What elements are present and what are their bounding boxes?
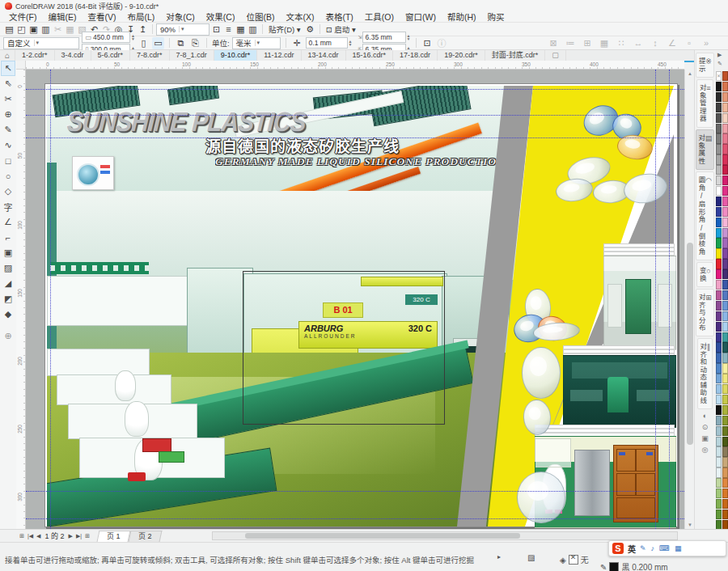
color-swatch[interactable] [716, 510, 722, 519]
color-swatch[interactable] [722, 144, 728, 154]
new-document-icon[interactable]: ▤ [3, 23, 15, 36]
ruler-origin-box[interactable] [16, 61, 26, 70]
color-swatch[interactable] [716, 124, 722, 133]
color-swatch[interactable] [722, 489, 728, 498]
color-swatch[interactable] [716, 207, 722, 217]
color-swatch[interactable] [716, 113, 722, 123]
ime-toolbar[interactable]: S 英 ✎♪⌨▦ [608, 540, 726, 556]
docker-tab-变换[interactable]: ○变换 [696, 262, 713, 287]
page-width-field[interactable]: ▭450.0 mm [82, 32, 130, 43]
color-swatch[interactable] [716, 92, 722, 102]
color-swatch[interactable] [716, 290, 722, 300]
color-swatch[interactable] [716, 446, 722, 456]
menu-item-文件(F)[interactable]: 文件(F) [3, 11, 42, 23]
ime-mode-toggle[interactable]: 英 [628, 543, 636, 555]
drop-shadow-tool[interactable]: ▣ [1, 245, 15, 260]
rectangle-tool[interactable]: □ [1, 153, 15, 168]
document-tab-11-12.cdr[interactable]: 11-12.cdr [257, 50, 301, 61]
landscape-button[interactable]: ▭ [152, 37, 164, 49]
color-swatch[interactable] [722, 186, 728, 196]
color-swatch[interactable] [722, 510, 728, 519]
page-tab-页 1[interactable]: 页 1 [96, 531, 129, 542]
color-swatch[interactable] [722, 154, 728, 164]
color-swatch[interactable] [716, 165, 722, 175]
eyedropper-tool[interactable]: ◢ [1, 276, 15, 291]
all-pages-button[interactable]: ⧉ [175, 37, 187, 49]
color-swatch[interactable] [716, 416, 722, 425]
docker-bottom-icon[interactable]: ⊙ [702, 423, 709, 431]
docker-bottom-icon[interactable]: ◐ [703, 412, 707, 420]
ime-tool-icon[interactable]: ▦ [675, 544, 682, 552]
page-nav-icon[interactable]: ▶| [74, 533, 83, 539]
menu-item-工具(O)[interactable]: 工具(O) [359, 11, 400, 23]
quick-customize-button[interactable]: ⊕ [1, 328, 15, 344]
show-rulers-icon[interactable]: ≡ [222, 23, 235, 36]
dup-x-spinner[interactable]: ▲▼ [407, 34, 411, 40]
new-document-tab-button[interactable]: ▢ [545, 50, 566, 61]
color-swatch[interactable] [722, 322, 728, 332]
guideline-vertical[interactable] [669, 70, 670, 529]
color-swatch[interactable] [716, 467, 722, 477]
text-tool[interactable]: 字 [1, 199, 15, 214]
color-swatch[interactable] [716, 374, 722, 383]
color-swatch[interactable] [722, 332, 728, 342]
vertical-scroll-thumb[interactable] [687, 243, 693, 445]
color-swatch[interactable] [722, 259, 728, 269]
color-swatch[interactable] [716, 384, 722, 394]
color-swatch[interactable] [716, 176, 722, 185]
vertical-scrollbar[interactable]: ▲ ▼ [684, 70, 694, 529]
width-spinner[interactable]: ▲▼ [131, 34, 135, 40]
color-swatch[interactable] [716, 489, 722, 498]
menu-item-查看(V)[interactable]: 查看(V) [82, 11, 121, 23]
freehand-tool[interactable]: ✎ [1, 122, 15, 137]
color-swatch[interactable] [722, 197, 728, 206]
menu-item-购买[interactable]: 购买 [482, 11, 510, 23]
color-swatch[interactable] [722, 457, 728, 467]
horizontal-scrollbar[interactable] [212, 531, 678, 540]
transparency-tool[interactable]: ▨ [1, 260, 15, 276]
menu-item-编辑(E)[interactable]: 编辑(E) [42, 11, 82, 23]
color-swatch[interactable] [722, 426, 728, 436]
color-swatch[interactable] [722, 353, 728, 362]
show-grid-icon[interactable]: ▦ [235, 23, 247, 36]
right-photo-corridor[interactable] [603, 256, 676, 350]
color-swatch[interactable] [722, 124, 728, 133]
palette-flyout-arrow[interactable]: ▶ [717, 52, 722, 58]
page-preset-combo[interactable]: 自定义 ▾ [3, 37, 79, 49]
color-swatch[interactable] [722, 228, 728, 238]
docker-tab-对象属性[interactable]: ▤对象属性 [696, 129, 715, 170]
guideline-horizontal[interactable] [26, 491, 684, 492]
color-swatch[interactable] [716, 144, 722, 154]
color-swatch[interactable] [722, 478, 728, 488]
horizontal-scroll-thumb[interactable] [245, 533, 520, 539]
ime-tool-icon[interactable]: ✎ [640, 544, 646, 552]
ime-tool-icon[interactable]: ⌨ [659, 544, 670, 552]
guideline-horizontal[interactable] [26, 89, 684, 90]
menu-item-窗口(W)[interactable]: 窗口(W) [400, 11, 442, 23]
snap-to-dropdown[interactable]: 贴齐(D) ▾ [266, 23, 303, 36]
units-combo[interactable]: 毫米 ▾ [232, 37, 281, 49]
docker-tab-提示[interactable]: ※提示 [696, 53, 714, 78]
hint-expand-arrow[interactable]: ▸ [497, 553, 501, 560]
color-swatch[interactable] [722, 342, 728, 352]
color-swatch[interactable] [722, 384, 728, 394]
pick-tool[interactable]: ↖ [1, 61, 15, 76]
current-page-button[interactable]: ⎘ [189, 37, 201, 49]
color-swatch[interactable] [722, 248, 728, 258]
color-swatch[interactable] [716, 437, 722, 446]
polygon-tool[interactable]: ◇ [1, 184, 15, 199]
color-swatch[interactable] [722, 395, 728, 404]
color-swatch[interactable] [716, 332, 722, 342]
color-swatch[interactable] [716, 499, 722, 509]
document-tab-17-18.cdr[interactable]: 17-18.cdr [393, 50, 438, 61]
zoom-level-combo[interactable]: 90% ▾ [156, 23, 210, 36]
no-color-swatch[interactable] [716, 71, 722, 81]
guideline-vertical[interactable] [50, 70, 51, 529]
menu-item-布局(L)[interactable]: 布局(L) [121, 11, 160, 23]
document-tab-封面-封底.cdr*[interactable]: 封面-封底.cdr* [485, 50, 546, 61]
ime-tool-icon[interactable]: ♪ [651, 544, 655, 552]
color-swatch[interactable] [722, 207, 728, 217]
color-swatch[interactable] [716, 154, 722, 164]
horizontal-ruler[interactable]: 050100150200250300350400450 [26, 61, 684, 70]
color-swatch[interactable] [716, 228, 722, 238]
